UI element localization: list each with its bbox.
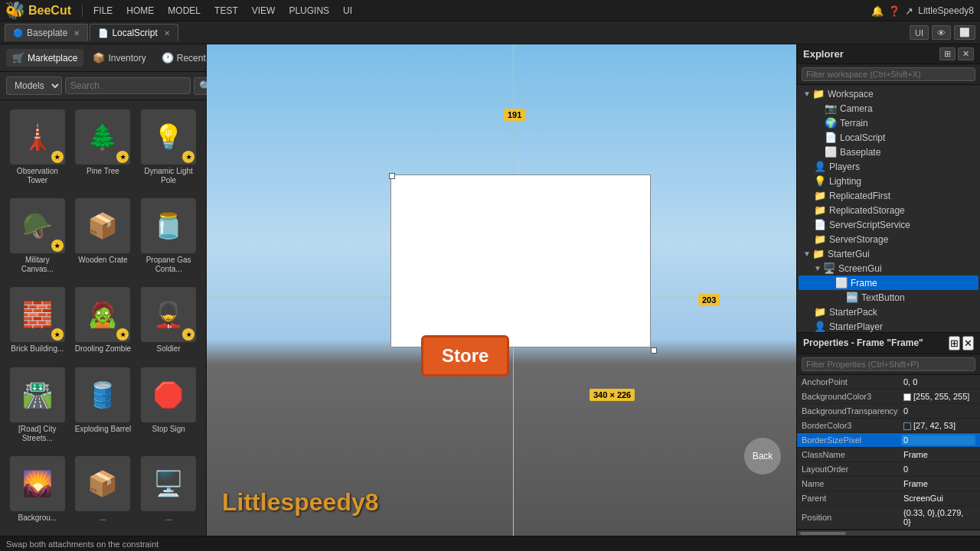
tab-localscript[interactable]: 📄 LocalScript ✕ (90, 24, 178, 41)
tree-label-8: ReplicatedStorage (829, 205, 905, 216)
asset-item-13[interactable]: 📦 ... (72, 453, 135, 530)
prop-row-0[interactable]: AnchorPoint 0, 0 (797, 375, 980, 390)
tree-label-11: StarterGui (828, 249, 870, 259)
recent-tab[interactable]: 🕐 Recent (155, 49, 212, 67)
back-button[interactable]: Back (744, 438, 781, 474)
ui-button[interactable]: UI (910, 25, 929, 40)
tab-baseplate[interactable]: 🔵 Baseplate ✕ (5, 24, 88, 41)
tree-icon-8: 📁 (814, 204, 826, 216)
inventory-tab[interactable]: 📦 Inventory (87, 49, 152, 67)
tree-item-4[interactable]: ⬜ Baseplate (799, 145, 978, 159)
asset-item-7[interactable]: 🧟 ★ Drooling Zombie (72, 284, 135, 360)
asset-item-4[interactable]: 📦 Wooden Crate (72, 195, 135, 281)
prop-val-7[interactable]: Frame (901, 478, 975, 489)
tab-localscript-close[interactable]: ✕ (164, 29, 170, 37)
marketplace-tab[interactable]: 🛒 Marketplace (6, 49, 83, 67)
asset-thumb-14: 🖥️ (141, 456, 196, 511)
asset-item-5[interactable]: 🫙 Propane Gas Conta... (137, 195, 200, 281)
tree-icon-2: 🌍 (825, 117, 837, 129)
tree-item-11[interactable]: ▼ 📁 StarterGui (799, 246, 978, 261)
asset-item-1[interactable]: 🌲 ★ Pine Tree (72, 106, 135, 192)
tree-item-0[interactable]: ▼ 📁 Workspace (799, 86, 978, 101)
prop-row-8[interactable]: Parent ScreenGui (797, 491, 980, 506)
help-icon[interactable]: ❓ (888, 5, 900, 17)
asset-item-12[interactable]: 🌄 Backgrou... (6, 453, 69, 530)
prop-val-0[interactable]: 0, 0 (901, 377, 975, 387)
prop-row-9[interactable]: Position {0.33, 0},{0.279, 0} (797, 506, 980, 530)
tree-item-13[interactable]: ⬜ Frame (799, 276, 978, 290)
asset-item-10[interactable]: 🛢️ Exploding Barrel (72, 364, 135, 450)
prop-val-8[interactable]: ScreenGui (901, 493, 975, 504)
scrollbar-thumb[interactable] (800, 532, 846, 535)
asset-item-6[interactable]: 🧱 ★ Brick Building... (6, 284, 69, 360)
prop-row-4[interactable]: BorderSizePixel 0 (797, 433, 980, 448)
asset-item-14[interactable]: 🖥️ ... (137, 453, 200, 530)
viewport[interactable]: 191 203 340 × 226 Store Back Littlespeed… (207, 44, 796, 536)
model-type-select[interactable]: Models (6, 77, 62, 95)
bee-icon: 🐝 (5, 1, 25, 21)
localscript-icon: 📄 (98, 28, 109, 38)
tree-item-1[interactable]: 📷 Camera (799, 101, 978, 116)
asset-item-0[interactable]: 🗼 ★ Observation Tower (6, 106, 69, 192)
prop-val-9[interactable]: {0.33, 0},{0.279, 0} (901, 507, 975, 527)
properties-close-btn[interactable]: ✕ (962, 336, 974, 350)
explorer-title: Explorer (803, 48, 844, 60)
prop-val-5[interactable]: Frame (901, 449, 975, 460)
tree-label-15: StarterPack (829, 307, 877, 318)
properties-expand-btn[interactable]: ⊞ (949, 336, 960, 350)
tree-item-14[interactable]: 🔤 TextButton (799, 290, 978, 305)
tree-item-15[interactable]: 📁 StarterPack (799, 305, 978, 319)
store-button[interactable]: Store (421, 335, 509, 377)
eye-button[interactable]: 👁 (932, 25, 951, 40)
tree-chevron-12[interactable]: ▼ (814, 264, 822, 272)
tree-chevron-0[interactable]: ▼ (803, 90, 811, 98)
tree-chevron-11[interactable]: ▼ (803, 249, 811, 258)
explorer-expand-btn[interactable]: ⊞ (939, 47, 956, 60)
tab-baseplate-close[interactable]: ✕ (74, 29, 80, 37)
square-button[interactable]: ⬜ (954, 25, 975, 40)
menu-test[interactable]: TEST (208, 4, 244, 18)
search-input[interactable] (65, 77, 191, 94)
explorer-close-btn[interactable]: ✕ (958, 47, 974, 60)
menu-view[interactable]: VIEW (246, 4, 282, 18)
tree-item-3[interactable]: 📄 LocalScript (799, 130, 978, 145)
prop-val-4[interactable]: 0 (901, 435, 975, 445)
prop-row-1[interactable]: BackgroundColor3 [255, 255, 255] (797, 390, 980, 404)
prop-row-5[interactable]: ClassName Frame (797, 448, 980, 462)
prop-val-3[interactable]: [27, 42, 53] (901, 420, 975, 431)
asset-item-8[interactable]: 💂 ★ Soldier (137, 284, 200, 360)
menu-plugins[interactable]: PLUGINS (283, 4, 335, 18)
properties-scrollbar[interactable] (797, 530, 980, 536)
prop-row-7[interactable]: Name Frame (797, 477, 980, 491)
tree-item-7[interactable]: 📁 ReplicatedFirst (799, 188, 978, 203)
prop-val-1[interactable]: [255, 255, 255] (901, 391, 975, 402)
prop-row-2[interactable]: BackgroundTransparency 0 (797, 404, 980, 419)
prop-val-2[interactable]: 0 (901, 406, 975, 416)
share-icon[interactable]: ↗ (905, 5, 913, 17)
properties-filter-input[interactable] (802, 357, 975, 371)
asset-item-9[interactable]: 🛣️ [Road] City Streets... (6, 364, 69, 450)
tree-item-9[interactable]: 📄 ServerScriptService (799, 217, 978, 232)
tree-item-6[interactable]: 💡 Lighting (799, 174, 978, 188)
tree-item-2[interactable]: 🌍 Terrain (799, 116, 978, 130)
frame-overlay[interactable] (390, 174, 651, 347)
menu-ui[interactable]: UI (337, 4, 358, 18)
tree-item-10[interactable]: 📁 ServerStorage (799, 232, 978, 246)
prop-val-6[interactable]: 0 (901, 464, 975, 474)
tree-item-5[interactable]: 👤 Players (799, 159, 978, 174)
menu-file[interactable]: FILE (87, 4, 119, 18)
prop-row-3[interactable]: BorderColor3 [27, 42, 53] (797, 419, 980, 433)
tree-item-16[interactable]: 👤 StarterPlayer (799, 319, 978, 332)
menu-model[interactable]: MODEL (162, 4, 207, 18)
asset-item-2[interactable]: 💡 ★ Dynamic Light Pole (137, 106, 200, 192)
explorer-filter-input[interactable] (802, 67, 975, 81)
tree-item-8[interactable]: 📁 ReplicatedStorage (799, 203, 978, 217)
prop-row-6[interactable]: LayoutOrder 0 (797, 462, 980, 477)
notifications-icon[interactable]: 🔔 (871, 5, 884, 17)
asset-item-11[interactable]: 🛑 Stop Sign (137, 364, 200, 450)
asset-item-3[interactable]: 🪖 ★ Military Canvas... (6, 195, 69, 281)
frame-handle-nw[interactable] (389, 173, 395, 179)
tree-item-12[interactable]: ▼ 🖥️ ScreenGui (799, 261, 978, 276)
menu-home[interactable]: HOME (120, 4, 160, 18)
frame-handle-br[interactable] (651, 347, 657, 354)
